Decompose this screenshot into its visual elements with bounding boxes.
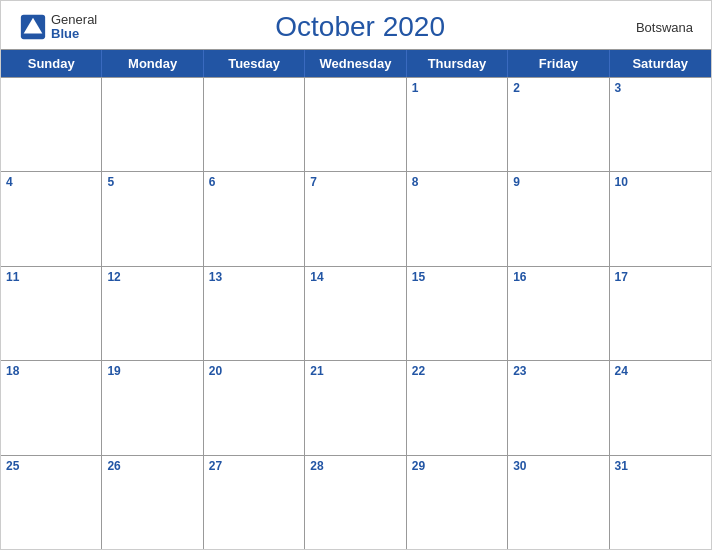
week-row-2: 45678910 [1, 171, 711, 265]
day-cell: 27 [204, 456, 305, 549]
day-cell: 9 [508, 172, 609, 265]
day-number: 11 [6, 270, 96, 284]
day-number: 8 [412, 175, 502, 189]
day-number: 28 [310, 459, 400, 473]
day-number: 14 [310, 270, 400, 284]
day-number: 17 [615, 270, 706, 284]
day-cell: 7 [305, 172, 406, 265]
day-cell: 25 [1, 456, 102, 549]
day-cell: 26 [102, 456, 203, 549]
day-cell: 3 [610, 78, 711, 171]
day-cell: 13 [204, 267, 305, 360]
day-cell: 4 [1, 172, 102, 265]
day-number: 10 [615, 175, 706, 189]
day-cell [305, 78, 406, 171]
logo: General Blue [19, 13, 97, 42]
day-cell: 22 [407, 361, 508, 454]
day-cell: 8 [407, 172, 508, 265]
calendar-header: General Blue October 2020 Botswana [1, 1, 711, 49]
day-cell: 24 [610, 361, 711, 454]
day-number: 9 [513, 175, 603, 189]
day-headers-row: Sunday Monday Tuesday Wednesday Thursday… [1, 50, 711, 77]
day-number: 31 [615, 459, 706, 473]
day-number: 3 [615, 81, 706, 95]
day-number: 18 [6, 364, 96, 378]
day-cell: 29 [407, 456, 508, 549]
header-wednesday: Wednesday [305, 50, 406, 77]
day-cell: 1 [407, 78, 508, 171]
day-number: 2 [513, 81, 603, 95]
day-cell: 31 [610, 456, 711, 549]
day-cell: 2 [508, 78, 609, 171]
day-number: 6 [209, 175, 299, 189]
day-number: 12 [107, 270, 197, 284]
calendar: General Blue October 2020 Botswana Sunda… [0, 0, 712, 550]
logo-blue-text: Blue [51, 27, 97, 41]
month-title: October 2020 [97, 11, 623, 43]
day-cell: 18 [1, 361, 102, 454]
header-monday: Monday [102, 50, 203, 77]
day-number: 5 [107, 175, 197, 189]
week-row-5: 25262728293031 [1, 455, 711, 549]
header-thursday: Thursday [407, 50, 508, 77]
day-number: 27 [209, 459, 299, 473]
day-cell [102, 78, 203, 171]
day-cell: 16 [508, 267, 609, 360]
day-number: 22 [412, 364, 502, 378]
day-cell [204, 78, 305, 171]
day-cell: 17 [610, 267, 711, 360]
day-cell: 23 [508, 361, 609, 454]
week-row-4: 18192021222324 [1, 360, 711, 454]
day-number: 20 [209, 364, 299, 378]
day-number: 25 [6, 459, 96, 473]
header-tuesday: Tuesday [204, 50, 305, 77]
day-number: 1 [412, 81, 502, 95]
logo-general-text: General [51, 13, 97, 27]
day-number: 15 [412, 270, 502, 284]
day-number: 29 [412, 459, 502, 473]
week-row-1: 123 [1, 77, 711, 171]
day-number: 24 [615, 364, 706, 378]
header-saturday: Saturday [610, 50, 711, 77]
day-number: 23 [513, 364, 603, 378]
day-cell: 15 [407, 267, 508, 360]
calendar-grid: Sunday Monday Tuesday Wednesday Thursday… [1, 49, 711, 549]
weeks-container: 1234567891011121314151617181920212223242… [1, 77, 711, 549]
day-number: 19 [107, 364, 197, 378]
day-number: 16 [513, 270, 603, 284]
day-cell: 11 [1, 267, 102, 360]
day-cell: 14 [305, 267, 406, 360]
day-cell: 12 [102, 267, 203, 360]
day-cell: 10 [610, 172, 711, 265]
day-cell: 5 [102, 172, 203, 265]
day-number: 13 [209, 270, 299, 284]
day-cell [1, 78, 102, 171]
day-cell: 20 [204, 361, 305, 454]
day-number: 7 [310, 175, 400, 189]
country-label: Botswana [623, 20, 693, 35]
day-number: 26 [107, 459, 197, 473]
day-cell: 21 [305, 361, 406, 454]
day-cell: 28 [305, 456, 406, 549]
header-friday: Friday [508, 50, 609, 77]
day-cell: 19 [102, 361, 203, 454]
logo-icon [19, 13, 47, 41]
day-cell: 6 [204, 172, 305, 265]
day-cell: 30 [508, 456, 609, 549]
header-sunday: Sunday [1, 50, 102, 77]
logo-text: General Blue [51, 13, 97, 42]
day-number: 21 [310, 364, 400, 378]
week-row-3: 11121314151617 [1, 266, 711, 360]
day-number: 30 [513, 459, 603, 473]
day-number: 4 [6, 175, 96, 189]
